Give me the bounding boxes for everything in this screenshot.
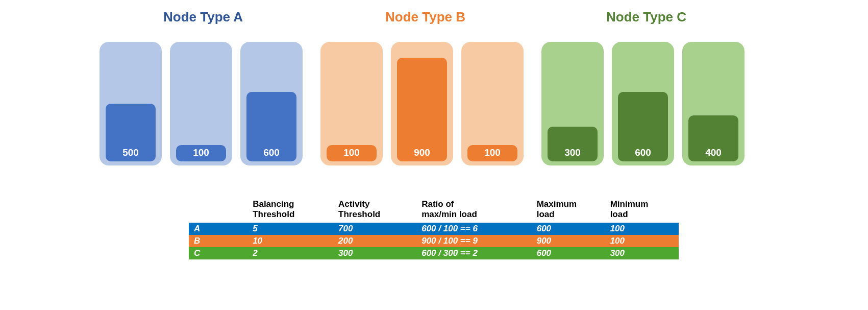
node-a-2-value: 100 [193,147,209,161]
cell-a-min: 100 [610,223,679,235]
cell-b-min: 100 [610,235,679,247]
node-b-2-value: 900 [414,147,430,161]
group-a-title: Node Type A [163,9,243,25]
table-header-activity: ActivityThreshold [338,199,421,220]
table-header-row: BalancingThreshold ActivityThreshold Rat… [189,199,679,223]
node-a-1-fill: 500 [106,104,156,161]
cell-b-ratio: 900 / 100 == 9 [421,235,537,247]
cell-a-max: 600 [537,223,610,235]
node-b-3-fill: 100 [467,145,517,161]
cell-c-max: 600 [537,247,610,259]
node-b-3: 100 [461,42,524,165]
cell-a-label: A [189,223,253,235]
group-c-title: Node Type C [606,9,686,25]
node-b-2-fill: 900 [397,58,447,161]
node-a-3: 600 [240,42,303,165]
node-c-2: 600 [612,42,674,165]
node-b-1-value: 100 [343,147,360,161]
node-a-1-value: 500 [122,147,139,161]
table-header-ratio: Ratio ofmax/min load [421,199,537,220]
node-c-1-value: 300 [564,147,581,161]
threshold-table: BalancingThreshold ActivityThreshold Rat… [189,199,679,259]
cell-c-balancing: 2 [253,247,338,259]
node-c-1: 300 [541,42,604,165]
cell-a-activity: 700 [338,223,421,235]
table-row-c: C 2 300 600 / 300 == 2 600 300 [189,247,679,259]
cell-a-balancing: 5 [253,223,338,235]
node-a-2: 100 [170,42,232,165]
table-row-a: A 5 700 600 / 100 == 6 600 100 [189,223,679,235]
node-b-1: 100 [320,42,383,165]
cell-a-ratio: 600 / 100 == 6 [421,223,537,235]
cell-c-label: C [189,247,253,259]
node-c-3-fill: 400 [688,115,738,161]
table-header-max: Maximumload [537,199,610,220]
node-b-1-fill: 100 [327,145,377,161]
group-b-title: Node Type B [385,9,465,25]
node-c-2-fill: 600 [618,92,668,161]
cell-b-balancing: 10 [253,235,338,247]
node-a-1: 500 [100,42,162,165]
node-c-1-fill: 300 [548,127,598,161]
cell-c-min: 300 [610,247,679,259]
cell-b-activity: 200 [338,235,421,247]
cell-b-label: B [189,235,253,247]
node-a-3-value: 600 [263,147,280,161]
node-a-3-fill: 600 [246,92,296,161]
table-row-b: B 10 200 900 / 100 == 9 900 100 [189,235,679,247]
node-a-2-fill: 100 [176,145,226,161]
cell-b-max: 900 [537,235,610,247]
node-b-2: 900 [391,42,453,165]
node-c-3-value: 400 [705,147,722,161]
node-c-3: 400 [682,42,745,165]
table-header-min: Minimumload [610,199,679,220]
cell-c-ratio: 600 / 300 == 2 [421,247,537,259]
node-b-3-value: 100 [484,147,501,161]
cell-c-activity: 300 [338,247,421,259]
node-c-2-value: 600 [635,147,651,161]
table-header-balancing: BalancingThreshold [253,199,338,220]
